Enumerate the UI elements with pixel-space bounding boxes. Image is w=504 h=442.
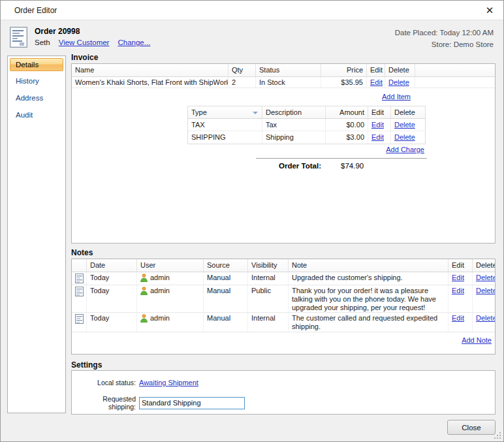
- local-status-link[interactable]: Awaiting Shipment: [139, 379, 198, 387]
- order-total-value: $74.90: [341, 162, 364, 170]
- note-row: Today admin Manual Public Thank you for …: [72, 285, 495, 313]
- window-close-icon[interactable]: ✕: [482, 3, 497, 18]
- note-row: Today admin Manual Internal The customer…: [72, 313, 495, 332]
- col-header-price[interactable]: Price: [321, 64, 367, 76]
- note-page-icon: [72, 313, 87, 332]
- col-header-delete: Delete: [385, 64, 415, 76]
- item-price: $35.95: [321, 77, 367, 87]
- customer-name: Seth: [35, 39, 50, 46]
- settings-group-box: Local status: Awaiting Shipment Requeste…: [71, 370, 496, 415]
- col-header-visibility[interactable]: Visibility: [248, 259, 289, 272]
- charge-description: Tax: [262, 119, 326, 131]
- notes-section-title: Notes: [71, 248, 93, 257]
- col-header-name[interactable]: Name: [72, 64, 228, 76]
- note-edit-link[interactable]: Edit: [452, 287, 464, 294]
- note-visibility: Internal: [248, 313, 289, 332]
- note-delete-link[interactable]: Delete: [476, 287, 495, 294]
- user-icon: [140, 274, 148, 282]
- note-visibility: Public: [248, 285, 289, 312]
- charge-description: Shipping: [262, 131, 326, 144]
- charge-amount: $0.00: [326, 119, 368, 131]
- col-header-date[interactable]: Date: [87, 259, 137, 272]
- col-header-status[interactable]: Status: [256, 64, 321, 76]
- requested-shipping-input[interactable]: [139, 397, 245, 409]
- add-item-link[interactable]: Add Item: [382, 93, 411, 101]
- note-delete-link[interactable]: Delete: [476, 314, 495, 322]
- note-date: Today: [87, 272, 137, 285]
- order-total-label: Order Total:: [72, 162, 321, 170]
- note-page-icon: [72, 272, 87, 285]
- col-header-source[interactable]: Source: [204, 259, 248, 272]
- charge-type: SHIPPING: [188, 131, 262, 144]
- item-qty: 2: [228, 77, 256, 87]
- invoice-item-row: Women's Khaki Shorts, Flat Front with Sh…: [72, 77, 495, 88]
- note-user: admin: [150, 287, 170, 295]
- sidebar-item-history[interactable]: History: [10, 75, 63, 88]
- charge-amount: $3.00: [326, 131, 368, 144]
- sidebar-nav: Details History Address Audit: [7, 55, 66, 413]
- col-header-user[interactable]: User: [137, 259, 204, 272]
- order-editor-dialog: Order Editor ✕ Order 20998 Seth View Cus…: [0, 0, 504, 442]
- col-header-edit: Edit: [368, 106, 391, 118]
- close-button[interactable]: Close: [447, 420, 496, 435]
- sidebar-item-address[interactable]: Address: [10, 92, 63, 105]
- charge-delete-link[interactable]: Delete: [394, 133, 415, 141]
- charge-edit-link[interactable]: Edit: [371, 133, 384, 141]
- col-header-amount[interactable]: Amount: [326, 106, 368, 118]
- col-header-type[interactable]: Type: [188, 106, 262, 118]
- note-edit-link[interactable]: Edit: [452, 314, 464, 322]
- invoice-group-box: Name Qty Status Price Edit Delete Women'…: [71, 63, 496, 244]
- note-source: Manual: [204, 285, 248, 312]
- item-delete-link[interactable]: Delete: [388, 78, 409, 86]
- notes-group-box: Date User Source Visibility Note Edit De…: [71, 259, 496, 355]
- local-status-label: Local status:: [78, 379, 136, 387]
- note-source: Manual: [204, 313, 248, 332]
- invoice-items-header: Name Qty Status Price Edit Delete: [72, 64, 495, 77]
- note-row: Today admin Manual Internal Upgraded the…: [72, 272, 495, 285]
- item-edit-link[interactable]: Edit: [370, 78, 383, 86]
- change-customer-link[interactable]: Change...: [118, 39, 150, 46]
- sidebar-item-details[interactable]: Details: [10, 58, 63, 71]
- sidebar-item-audit[interactable]: Audit: [10, 109, 63, 122]
- date-placed: Date Placed: Today 12:00 AM: [395, 27, 494, 39]
- charge-type: TAX: [188, 119, 262, 131]
- charges-header: Type Description Amount Edit Delete: [188, 106, 425, 119]
- note-user: admin: [150, 314, 170, 323]
- charge-edit-link[interactable]: Edit: [371, 121, 384, 129]
- col-header-note[interactable]: Note: [289, 259, 449, 272]
- note-source: Manual: [204, 272, 248, 285]
- charges-table: Type Description Amount Edit Delete TAX …: [187, 106, 426, 144]
- col-header-delete: Delete: [391, 106, 425, 118]
- user-icon: [140, 314, 148, 323]
- charge-delete-link[interactable]: Delete: [394, 121, 415, 129]
- item-name: Women's Khaki Shorts, Flat Front with Sh…: [72, 77, 228, 87]
- window-title: Order Editor: [14, 6, 57, 15]
- order-document-icon: [10, 27, 27, 50]
- requested-shipping-label: Requested shipping:: [78, 395, 136, 411]
- notes-header: Date User Source Visibility Note Edit De…: [72, 259, 495, 272]
- col-header-qty[interactable]: Qty: [228, 64, 256, 76]
- add-charge-link[interactable]: Add Charge: [386, 146, 424, 153]
- note-date: Today: [87, 313, 137, 332]
- sort-descending-icon: [253, 112, 258, 114]
- invoice-section-title: Invoice: [71, 53, 98, 62]
- charge-row-tax: TAX Tax $0.00 Edit Delete: [188, 119, 425, 131]
- order-number: Order 20998: [35, 27, 80, 36]
- user-icon: [140, 287, 148, 295]
- note-edit-link[interactable]: Edit: [452, 274, 464, 281]
- col-header-description[interactable]: Description: [262, 106, 326, 118]
- title-bar: Order Editor ✕: [1, 1, 503, 20]
- item-status: In Stock: [256, 77, 321, 87]
- note-text: Upgraded the customer's shipping.: [289, 272, 449, 285]
- resize-grip[interactable]: [494, 432, 501, 439]
- col-header-delete: Delete: [473, 259, 495, 272]
- view-customer-link[interactable]: View Customer: [59, 39, 110, 46]
- note-page-icon: [72, 285, 87, 312]
- add-note-link[interactable]: Add Note: [462, 336, 492, 344]
- store-name: Store: Demo Store: [395, 39, 494, 50]
- settings-section-title: Settings: [71, 360, 102, 370]
- note-delete-link[interactable]: Delete: [476, 274, 495, 281]
- note-user: admin: [150, 274, 170, 282]
- order-total-divider: [256, 158, 427, 159]
- order-meta: Date Placed: Today 12:00 AM Store: Demo …: [395, 27, 494, 50]
